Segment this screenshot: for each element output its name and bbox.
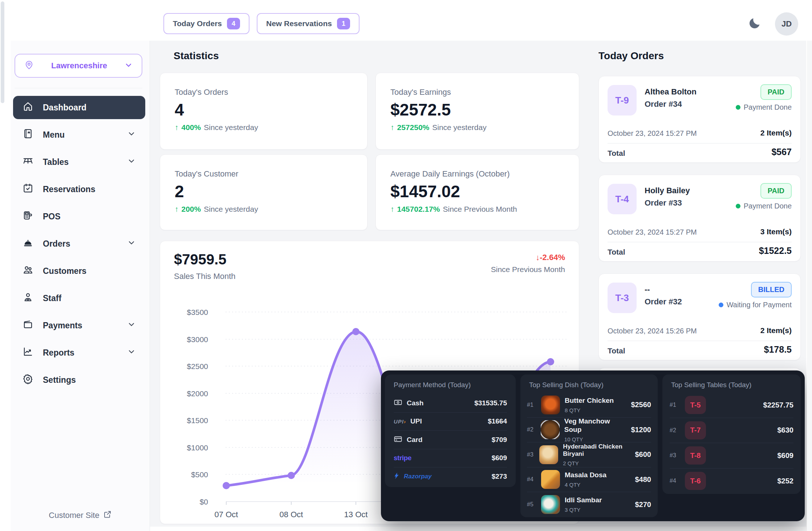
sidebar-item-tables[interactable]: Tables — [13, 150, 145, 174]
payment-method-amount: $609 — [492, 454, 507, 462]
table-badge: T-6 — [685, 472, 706, 490]
order-datetime: October 23, 2024 15:27 PM — [608, 129, 697, 138]
stat-card-todays-customer: Today's Customer 2 ↑200%Since yesterday — [160, 154, 368, 230]
order-card[interactable]: T-4 Holly Bailey Order #33 PAID Payment … — [598, 175, 801, 262]
table-amount: $252 — [778, 477, 794, 485]
table-amount: $630 — [778, 426, 794, 434]
chevron-down-icon — [127, 157, 136, 167]
cash-icon — [394, 398, 402, 408]
chevron-down-icon — [127, 347, 136, 358]
sidebar-item-dashboard[interactable]: Dashboard — [13, 96, 145, 119]
new-reservations-count-badge: 1 — [337, 18, 350, 29]
order-number: Order #32 — [645, 297, 682, 307]
sidebar-item-reservations[interactable]: Reservations — [13, 178, 145, 201]
sidebar-item-settings[interactable]: Settings — [13, 368, 145, 392]
new-reservations-button-label: New Reservations — [266, 19, 332, 28]
stat-card-todays-orders: Today's Orders 4 ↑400%Since yesterday — [160, 73, 368, 150]
sidebar-item-customers[interactable]: Customers — [13, 259, 145, 283]
dark-mode-toggle[interactable] — [744, 13, 766, 35]
customer-name: -- — [645, 285, 650, 294]
svg-text:$500: $500 — [191, 470, 208, 479]
gear-icon — [23, 373, 33, 386]
today-orders-heading: Today Orders — [598, 50, 664, 62]
table-badge: T-3 — [608, 283, 637, 313]
dish-name: Hyderabadi Chicken Biryani — [563, 443, 630, 458]
stat-delta-note: Since yesterday — [204, 123, 258, 132]
stat-delta: 200% — [182, 205, 201, 214]
customer-site-link[interactable]: Customer Site — [11, 510, 150, 521]
order-total-label: Total — [608, 346, 625, 355]
staff-person-icon — [23, 292, 33, 305]
svg-text:$1500: $1500 — [187, 416, 208, 425]
stat-label: Today's Customer — [175, 169, 238, 179]
sales-month-delta-note: Since Previous Month — [491, 265, 565, 274]
scrollbar-thumb[interactable] — [1, 1, 4, 103]
location-label: Lawrenceshire — [34, 61, 124, 70]
chevron-down-icon — [127, 238, 136, 249]
stat-card-todays-earnings: Today's Earnings $2572.5 ↑257250%Since y… — [375, 73, 579, 150]
dish-image — [539, 445, 558, 464]
stat-value: $1457.02 — [390, 182, 460, 201]
sidebar-item-reports[interactable]: Reports — [13, 341, 145, 364]
wallet-icon — [23, 319, 33, 332]
payment-method-row: Cash $31535.75 — [394, 394, 507, 413]
payment-method-row: stripe $609 — [394, 449, 507, 468]
chevron-down-icon — [124, 61, 133, 71]
sidebar-item-label: Customers — [43, 266, 136, 276]
stat-delta: 400% — [182, 123, 201, 132]
order-datetime: October 23, 2024 15:27 PM — [608, 228, 697, 236]
dish-image — [541, 495, 560, 514]
payment-method-row: Card $709 — [394, 431, 507, 449]
payment-status-dot — [736, 105, 740, 110]
top-selling-tables-panel: Top Selling Tables (Today) #1 T-5 $2257.… — [662, 374, 801, 494]
sidebar-item-label: Settings — [43, 375, 136, 385]
customer-site-label: Customer Site — [49, 511, 99, 520]
divider — [608, 143, 792, 143]
dish-name: Butter Chicken — [565, 397, 614, 405]
dish-name: Veg Manchow Soup — [564, 417, 626, 434]
table-rank: #1 — [670, 402, 679, 408]
table-badge: T-4 — [608, 184, 637, 214]
sales-month-subtitle: Sales This Month — [174, 272, 236, 281]
today-orders-button[interactable]: Today Orders 4 — [163, 13, 249, 34]
payment-method-label: Cash — [407, 399, 423, 407]
customer-name: Holly Bailey — [645, 186, 690, 195]
user-avatar[interactable]: JD — [775, 12, 798, 36]
payment-status-dot — [719, 303, 723, 307]
sidebar-item-orders[interactable]: Orders — [13, 232, 145, 255]
sidebar-item-staff[interactable]: Staff — [13, 287, 145, 310]
payment-method-amount: $273 — [492, 473, 507, 481]
dish-rank: #3 — [527, 451, 535, 458]
payment-status-text: Payment Done — [744, 202, 792, 210]
delta-up-arrow-icon: ↑ — [175, 205, 179, 214]
sidebar-item-menu[interactable]: Menu — [13, 123, 145, 146]
stat-value: $2572.5 — [390, 100, 451, 119]
table-row: #1 T-5 $2257.75 — [670, 393, 793, 418]
dish-qty: 3 QTY — [565, 507, 602, 513]
sales-month-delta: ↓-2.64% — [536, 253, 565, 262]
order-total-label: Total — [608, 149, 625, 158]
scrollbar-track[interactable] — [807, 41, 812, 531]
new-reservations-button[interactable]: New Reservations 1 — [257, 13, 360, 34]
x-axis-labels: 07 Oct 08 Oct 13 Oct — [215, 510, 368, 519]
sidebar-item-pos[interactable]: POS — [13, 205, 145, 228]
top-bar: Today Orders 4 New Reservations 1 JD — [0, 0, 812, 41]
statistics-heading: Statistics — [174, 50, 219, 62]
payment-method-label: UPI — [410, 417, 422, 425]
sidebar-item-label: Reservations — [43, 185, 136, 194]
delta-up-arrow-icon: ↑ — [175, 123, 179, 132]
sidebar-item-payments[interactable]: Payments — [13, 314, 145, 337]
y-axis-labels: $3500 $3000 $2500 $2000 $1500 $1000 $500… — [187, 308, 208, 506]
svg-text:$3500: $3500 — [187, 308, 208, 316]
sidebar-item-label: Staff — [43, 293, 136, 303]
stat-delta: 145702.17% — [397, 205, 440, 214]
order-card[interactable]: T-3 -- Order #32 BILLED Waiting for Paym… — [598, 273, 801, 360]
delta-up-arrow-icon: ↑ — [390, 123, 394, 132]
razorpay-bolt-icon — [394, 473, 399, 481]
order-card[interactable]: T-9 Althea Bolton Order #34 PAID Payment… — [598, 76, 801, 163]
order-datetime: October 23, 2024 15:26 PM — [608, 327, 697, 335]
sidebar: Lawrenceshire Dashboard Menu Tables Rese… — [11, 41, 150, 531]
location-selector[interactable]: Lawrenceshire — [15, 54, 142, 78]
payment-status-dot — [736, 204, 740, 208]
status-badge: PAID — [760, 84, 792, 100]
